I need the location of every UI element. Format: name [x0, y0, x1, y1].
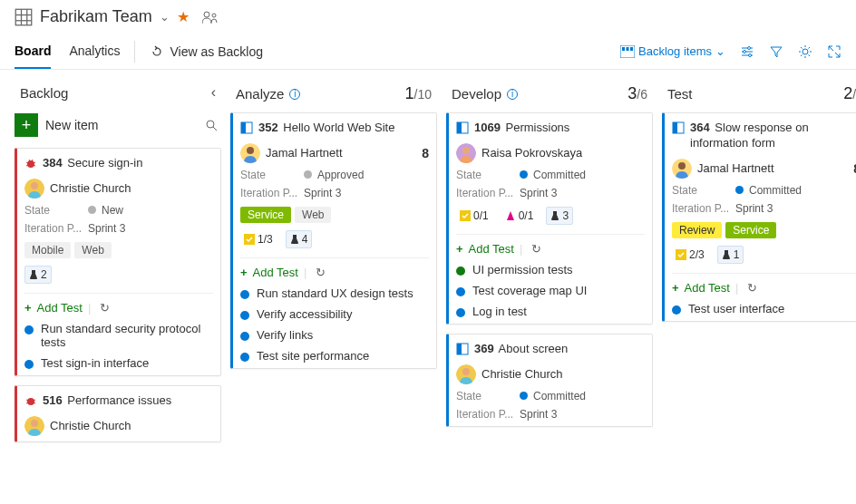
- backlog-items-selector[interactable]: Backlog items ⌄: [620, 44, 725, 58]
- team-name[interactable]: Fabrikam Team: [40, 7, 152, 26]
- svg-rect-8: [622, 47, 625, 51]
- tag[interactable]: Review: [672, 222, 722, 238]
- svg-point-17: [802, 49, 808, 54]
- bug-icon: [24, 157, 37, 170]
- task-chip[interactable]: 2/3: [672, 247, 708, 263]
- column-count: 3/6: [627, 84, 647, 103]
- avatar: [24, 179, 44, 199]
- card-364[interactable]: 364 Slow response on information form Ja…: [662, 112, 856, 322]
- card-1069[interactable]: 1069 Permissions Raisa Pokrovskaya State…: [446, 112, 653, 325]
- board-icon: [620, 45, 635, 58]
- test-item[interactable]: Verify links: [240, 328, 429, 342]
- beaker-chip[interactable]: 1: [717, 246, 744, 264]
- svg-point-35: [31, 420, 38, 427]
- tag[interactable]: Web: [295, 207, 331, 223]
- new-item-label[interactable]: New item: [45, 118, 198, 132]
- column-develop: Develop i 3/6 1069 Permissions Raisa Pok…: [446, 81, 653, 436]
- svg-rect-42: [457, 122, 462, 133]
- beaker-chip[interactable]: 2: [24, 266, 52, 284]
- settings-sliders-icon[interactable]: [740, 44, 754, 59]
- avatar: [24, 416, 44, 436]
- test-item[interactable]: Test user interface: [672, 302, 856, 315]
- search-icon[interactable]: [205, 119, 218, 131]
- card-369[interactable]: 369 About screen Christie Church StateCo…: [446, 334, 653, 427]
- add-test-button[interactable]: +Add Test | ↻: [672, 273, 856, 295]
- svg-rect-10: [630, 47, 633, 51]
- test-item[interactable]: Test site performance: [240, 349, 429, 363]
- tag[interactable]: Mobile: [24, 242, 71, 258]
- assignee-name: Jamal Hartnett: [697, 161, 774, 175]
- pbi-icon: [456, 343, 469, 355]
- test-item[interactable]: Run standard UX design tests: [240, 286, 429, 300]
- effort: 8: [422, 146, 429, 160]
- svg-point-39: [247, 147, 254, 154]
- tag[interactable]: Service: [240, 207, 291, 223]
- svg-rect-37: [241, 122, 246, 133]
- avatar: [672, 159, 692, 179]
- test-item[interactable]: Run standard security protocol tests: [24, 322, 213, 349]
- test-item[interactable]: Test coverage map UI: [456, 284, 645, 297]
- assignee-name: Christie Church: [482, 367, 563, 381]
- column-title: Test: [667, 86, 693, 102]
- avatar: [456, 364, 476, 384]
- svg-point-12: [748, 46, 751, 49]
- tag[interactable]: Web: [74, 242, 111, 258]
- assignee-name: Raisa Pokrovskaya: [482, 146, 582, 160]
- gear-icon[interactable]: [798, 44, 812, 59]
- svg-point-49: [462, 368, 470, 375]
- beaker-chip[interactable]: 3: [546, 207, 573, 225]
- svg-point-18: [207, 121, 214, 128]
- people-icon[interactable]: [202, 11, 219, 24]
- play-icon: [456, 267, 465, 276]
- svg-rect-51: [673, 122, 677, 133]
- column-count: 1/10: [405, 84, 432, 103]
- svg-point-29: [27, 398, 34, 405]
- tab-analytics[interactable]: Analytics: [69, 34, 120, 69]
- add-test-button[interactable]: +Add Test | ↻: [240, 257, 429, 279]
- svg-point-20: [27, 160, 34, 168]
- view-as-backlog-button[interactable]: View as Backlog: [150, 44, 262, 59]
- assignee-name: Christie Church: [50, 181, 131, 195]
- tag[interactable]: Service: [725, 222, 776, 238]
- svg-point-16: [749, 53, 752, 56]
- divider: [134, 41, 135, 63]
- svg-line-19: [213, 127, 217, 131]
- test-item[interactable]: Verify accessibility: [240, 307, 429, 321]
- star-icon[interactable]: ★: [177, 8, 190, 25]
- svg-rect-0: [15, 9, 32, 25]
- filter-icon[interactable]: [769, 44, 783, 59]
- column-title: Backlog: [20, 85, 68, 101]
- avatar: [456, 143, 476, 163]
- svg-point-28: [31, 182, 38, 189]
- beaker-chip[interactable]: 4: [286, 230, 313, 248]
- add-test-button[interactable]: +Add Test | ↻: [24, 293, 213, 315]
- add-test-button[interactable]: +Add Test | ↻: [456, 234, 645, 256]
- svg-point-53: [678, 162, 686, 170]
- test-item[interactable]: UI permission tests: [456, 263, 645, 276]
- svg-point-5: [204, 12, 209, 17]
- test-item[interactable]: Test sign-in interface: [24, 356, 213, 370]
- collapse-icon[interactable]: ‹: [211, 84, 216, 101]
- bug-chip[interactable]: 0/1: [501, 208, 538, 224]
- new-item-button[interactable]: +: [15, 113, 38, 137]
- column-count: 2/6: [843, 84, 856, 103]
- test-item[interactable]: Log in test: [456, 305, 645, 318]
- column-title: Develop: [452, 86, 501, 102]
- tab-board[interactable]: Board: [15, 34, 51, 69]
- card-384[interactable]: 384 Secure sign-in Christie Church State…: [15, 148, 221, 376]
- info-icon[interactable]: i: [507, 89, 518, 100]
- pbi-icon: [240, 121, 253, 134]
- card-352[interactable]: 352 Hello World Web Site Jamal Hartnett …: [230, 112, 437, 369]
- assignee-name: Jamal Hartnett: [266, 146, 343, 160]
- chevron-down-icon[interactable]: ⌄: [160, 10, 170, 24]
- info-icon[interactable]: i: [289, 89, 300, 100]
- svg-point-6: [212, 14, 216, 17]
- task-chip[interactable]: 0/1: [456, 208, 492, 224]
- card-516[interactable]: 516 Performance issues Christie Church: [15, 385, 221, 442]
- fullscreen-icon[interactable]: [827, 44, 841, 59]
- team-icon: [15, 8, 33, 26]
- column-analyze: Analyze i 1/10 352 Hello World Web Site …: [230, 81, 437, 378]
- svg-point-44: [462, 147, 470, 154]
- task-chip[interactable]: 1/3: [240, 231, 277, 247]
- column-backlog: Backlog ‹ + New item 384 Secure sign-in …: [15, 81, 221, 451]
